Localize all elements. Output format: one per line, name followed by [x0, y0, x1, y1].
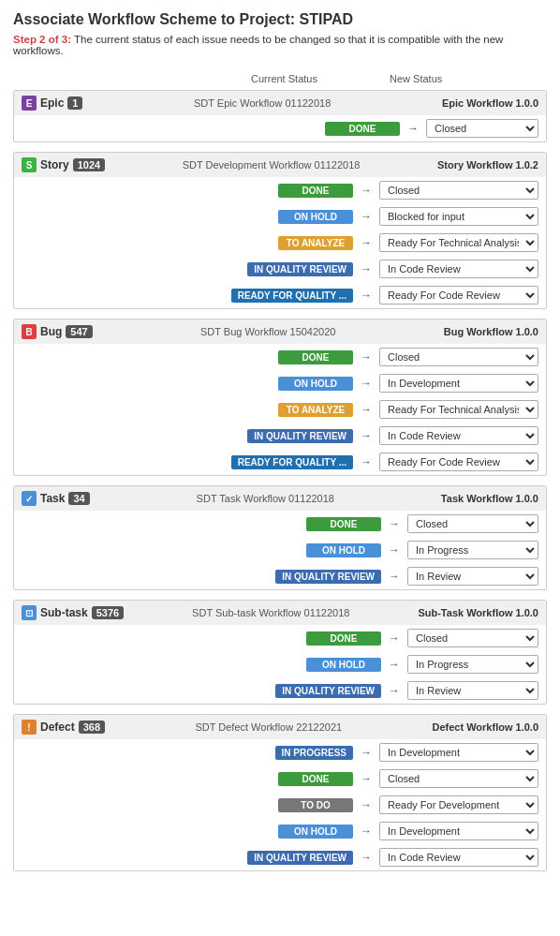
mapping-row-5-3: ON HOLD→In DevelopmentIn ProgressOpen [14, 818, 546, 844]
status-badge-1-4: READY FOR QUALITY ... [231, 289, 353, 303]
issue-block-defect: !Defect368SDT Defect Workflow 22122021De… [13, 714, 547, 871]
status-badge-2-4: READY FOR QUALITY ... [231, 455, 353, 469]
status-select-4-0[interactable]: ClosedOpenIn Progress [407, 629, 538, 647]
status-badge-2-3: IN QUALITY REVIEW [247, 429, 353, 443]
status-select-2-0[interactable]: ClosedOpenIn Progress [379, 348, 538, 366]
status-select-0-0[interactable]: ClosedOpenIn Progress [426, 119, 538, 138]
status-select-5-4[interactable]: In Code ReviewIn ProgressOpen [379, 848, 538, 867]
status-select-1-2[interactable]: Ready For Technical AnalysisIn ProgressO… [379, 233, 538, 252]
arrow-1-1: → [361, 210, 372, 223]
status-select-1-0[interactable]: ClosedOpenIn ProgressIn Development [379, 181, 538, 200]
status-select-4-2[interactable]: In ReviewIn ProgressOpen [407, 681, 538, 700]
mapping-row-5-2: TO DO→Ready For DevelopmentOpenIn Progre… [14, 792, 546, 818]
status-badge-2-2: TO ANALYZE [278, 403, 353, 417]
mapping-row-0-0: DONE→ClosedOpenIn Progress [14, 115, 546, 141]
issue-header-1: SStory1024SDT Development Workflow 01122… [14, 153, 546, 177]
status-select-1-1[interactable]: Blocked for inputIn ProgressOpen [379, 207, 538, 226]
issue-new-workflow-2: Bug Workflow 1.0.0 [444, 326, 538, 337]
issue-new-workflow-5: Defect Workflow 1.0.0 [433, 721, 539, 733]
step-number: Step 2 of 3: [13, 34, 71, 45]
status-badge-3-2: IN QUALITY REVIEW [275, 570, 381, 584]
step-description: The current status of each issue needs t… [13, 34, 503, 56]
issue-label-2: BBug547 [22, 324, 93, 339]
arrow-2-0: → [361, 350, 372, 364]
arrow-4-0: → [389, 631, 400, 645]
status-badge-4-0: DONE [306, 631, 381, 646]
issue-name-2: Bug [40, 325, 62, 338]
issue-count-0: 1 [67, 97, 82, 110]
mapping-row-4-2: IN QUALITY REVIEW→In ReviewIn ProgressOp… [14, 677, 546, 704]
status-select-3-2[interactable]: In ReviewIn ProgressOpen [407, 567, 538, 586]
status-badge-4-1: ON HOLD [306, 658, 381, 672]
col-current-label: Current Status [251, 73, 373, 84]
mapping-row-3-0: DONE→ClosedOpenIn Progress [14, 511, 546, 537]
issue-count-3: 34 [68, 492, 89, 505]
issue-count-2: 547 [66, 325, 92, 338]
status-select-2-3[interactable]: In Code ReviewIn ProgressOpen [379, 426, 538, 445]
issue-count-1: 1024 [73, 158, 105, 171]
issue-icon-epic: E [22, 96, 37, 111]
status-badge-5-0: IN PROGRESS [275, 746, 353, 760]
status-select-5-0[interactable]: In DevelopmentOpenClosed [379, 743, 538, 762]
issue-current-workflow-3: SDT Task Workflow 01122018 [96, 493, 435, 504]
mapping-row-1-4: READY FOR QUALITY ...→Ready For Code Rev… [14, 282, 546, 308]
mapping-row-3-1: ON HOLD→In ProgressOpenBlocked [14, 537, 546, 563]
status-select-1-4[interactable]: Ready For Code ReviewIn ProgressOpen [379, 286, 538, 305]
issue-header-5: !Defect368SDT Defect Workflow 22122021De… [14, 715, 546, 739]
issue-current-workflow-0: SDT Epic Workflow 01122018 [88, 97, 435, 109]
issue-icon-defect: ! [22, 720, 37, 735]
issue-count-4: 5376 [92, 606, 124, 619]
status-badge-1-3: IN QUALITY REVIEW [247, 262, 353, 276]
col-new-label: New Status [390, 73, 539, 84]
step-info: Step 2 of 3: The current status of each … [13, 34, 547, 56]
issue-name-1: Story [40, 158, 69, 171]
arrow-5-0: → [361, 746, 372, 759]
mapping-row-5-1: DONE→ClosedOpenIn Progress [14, 765, 546, 792]
status-select-5-2[interactable]: Ready For DevelopmentOpenIn Progress [379, 795, 538, 814]
status-badge-5-3: ON HOLD [278, 825, 353, 839]
issue-new-workflow-0: Epic Workflow 1.0.0 [442, 97, 538, 109]
status-select-3-1[interactable]: In ProgressOpenBlocked [407, 541, 538, 559]
status-select-4-1[interactable]: In ProgressOpenBlocked [407, 655, 538, 674]
arrow-3-1: → [389, 543, 400, 557]
status-badge-3-0: DONE [306, 517, 381, 531]
mapping-row-4-1: ON HOLD→In ProgressOpenBlocked [14, 651, 546, 677]
issue-header-2: BBug547SDT Bug Workflow 15042020Bug Work… [14, 319, 546, 344]
mapping-row-1-1: ON HOLD→Blocked for inputIn ProgressOpen [14, 203, 546, 230]
arrow-3-2: → [389, 570, 400, 583]
status-badge-5-4: IN QUALITY REVIEW [247, 851, 353, 865]
mapping-row-2-3: IN QUALITY REVIEW→In Code ReviewIn Progr… [14, 423, 546, 449]
status-select-3-0[interactable]: ClosedOpenIn Progress [407, 514, 538, 533]
arrow-4-2: → [389, 684, 400, 697]
status-badge-5-1: DONE [278, 772, 353, 786]
issue-current-workflow-5: SDT Defect Workflow 22122021 [111, 721, 426, 733]
issue-name-0: Epic [40, 97, 64, 110]
arrow-1-0: → [361, 184, 372, 197]
issue-label-5: !Defect368 [22, 720, 105, 735]
mapping-row-3-2: IN QUALITY REVIEW→In ReviewIn ProgressOp… [14, 563, 546, 589]
status-select-5-1[interactable]: ClosedOpenIn Progress [379, 769, 538, 788]
status-select-2-2[interactable]: Ready For Technical AnalysisIn ProgressO… [379, 400, 538, 419]
mapping-row-4-0: DONE→ClosedOpenIn Progress [14, 625, 546, 651]
page-container: Associate Workflow Scheme to Project: ST… [0, 0, 560, 892]
issue-name-3: Task [40, 492, 65, 505]
mapping-row-1-2: TO ANALYZE→Ready For Technical AnalysisI… [14, 230, 546, 256]
status-select-1-3[interactable]: In Code ReviewIn ProgressOpen [379, 260, 538, 278]
arrow-5-1: → [361, 772, 372, 785]
issue-new-workflow-3: Task Workflow 1.0.0 [441, 493, 538, 504]
status-select-2-1[interactable]: In DevelopmentIn ProgressOpen [379, 374, 538, 393]
status-badge-1-1: ON HOLD [278, 210, 353, 224]
column-headers: Current Status New Status [13, 69, 547, 88]
status-badge-2-0: DONE [278, 350, 353, 364]
issue-block-bug: BBug547SDT Bug Workflow 15042020Bug Work… [13, 319, 547, 476]
status-select-2-4[interactable]: Ready For Code ReviewIn ProgressOpen [379, 453, 538, 471]
status-badge-1-0: DONE [278, 184, 353, 198]
issue-label-0: EEpic1 [22, 96, 82, 111]
arrow-5-4: → [361, 851, 372, 864]
issue-current-workflow-1: SDT Development Workflow 01122018 [111, 159, 432, 171]
status-select-5-3[interactable]: In DevelopmentIn ProgressOpen [379, 822, 538, 840]
arrow-1-2: → [361, 236, 372, 249]
mapping-row-2-4: READY FOR QUALITY ...→Ready For Code Rev… [14, 449, 546, 475]
status-badge-5-2: TO DO [278, 798, 353, 812]
issue-block-task: ✓Task34SDT Task Workflow 01122018Task Wo… [13, 485, 547, 590]
